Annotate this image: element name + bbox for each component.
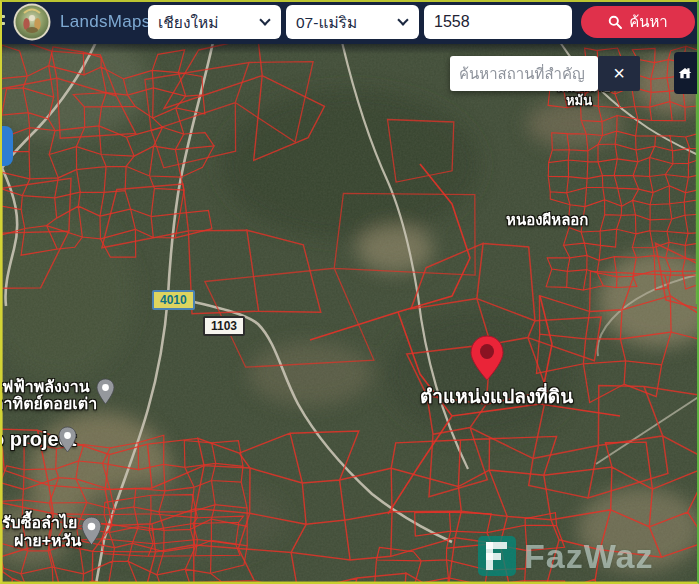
house-icon — [677, 63, 693, 83]
chevron-down-icon — [259, 14, 270, 25]
highway-badge-4010: 4010 — [152, 290, 195, 310]
top-navbar: LandsMaps เชียงใหม่ 07-แม่ริม ค้นหา — [0, 0, 699, 44]
route-badge-1103: 1103 — [203, 316, 245, 336]
satellite-map-canvas — [0, 44, 699, 584]
parcel-location-label: ตำแหน่งแปลงที่ดิน — [420, 381, 573, 411]
parcel-number-input[interactable] — [424, 5, 572, 39]
home-button[interactable] — [674, 52, 699, 94]
fazwaz-watermark: FazWaz — [478, 536, 653, 576]
fazwaz-logo-icon — [478, 536, 516, 576]
poi-search-close-button[interactable]: × — [598, 56, 640, 91]
department-of-lands-logo — [13, 3, 51, 41]
chevron-down-icon — [397, 14, 408, 25]
poi-pin-icon[interactable] — [57, 426, 78, 454]
search-button[interactable]: ค้นหา — [581, 6, 695, 38]
place-label-village-right: หนองผีหลอก — [506, 208, 588, 232]
hamburger-menu-icon[interactable] — [0, 15, 5, 25]
search-button-label: ค้นหา — [629, 10, 668, 34]
layer-panel-handle[interactable] — [0, 126, 13, 166]
place-label-longan-line1: รับซื้อลำไย — [2, 514, 82, 532]
navbar-shadow — [0, 44, 699, 54]
landsmaps-app: LandsMaps เชียงใหม่ 07-แม่ริม ค้นหา — [0, 0, 699, 584]
place-label-longan-line2: ฝาย+หวัน — [14, 532, 82, 550]
poi-pin-icon[interactable] — [80, 516, 103, 547]
place-label-village-top-line2: หม้น — [566, 94, 611, 108]
poi-search-input[interactable] — [450, 56, 598, 91]
map-viewport[interactable]: × หนองห้วย หม้น หนองผีหลอก 4010 1103 ไฟฟ… — [0, 44, 699, 584]
place-label-solar-line2: อาทิตย์ดอยเต่า — [0, 395, 97, 412]
district-select[interactable]: 07-แม่ริม — [286, 5, 419, 39]
parcel-location-marker-icon[interactable] — [467, 334, 507, 384]
poi-pin-icon[interactable] — [95, 378, 116, 406]
brand-title: LandsMaps — [60, 0, 151, 44]
province-select[interactable]: เชียงใหม่ — [148, 5, 281, 39]
district-select-value: 07-แม่ริม — [296, 10, 357, 35]
search-icon — [608, 15, 622, 29]
province-select-value: เชียงใหม่ — [158, 10, 218, 35]
fazwaz-watermark-text: FazWaz — [524, 537, 653, 576]
place-label-solar-line1: ไฟฟ้าพลังงาน — [0, 378, 97, 395]
